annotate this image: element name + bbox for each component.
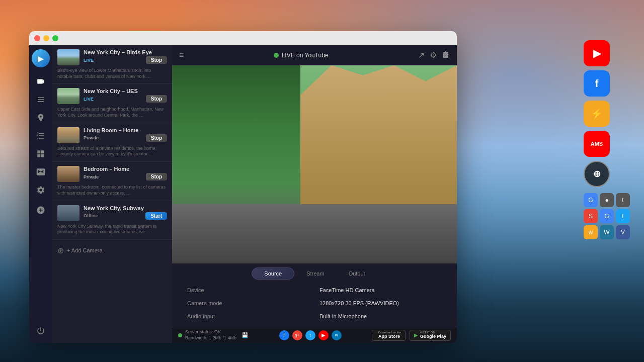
bottom-panel: Source Stream Output Device FaceTime HD … xyxy=(172,263,457,327)
share-icon[interactable]: ↗ xyxy=(418,50,425,60)
tab-output[interactable]: Output xyxy=(337,267,377,280)
camera-item[interactable]: New York City, Subway Offline Start New … xyxy=(52,201,172,240)
camera-thumbnail xyxy=(57,88,79,104)
stop-button[interactable]: Stop xyxy=(146,173,167,180)
facebook-icon[interactable]: f xyxy=(584,70,610,97)
camera-header: New York City – Birds Eye LIVE Stop xyxy=(57,49,167,66)
app-store-badge[interactable]: Download on the App Store xyxy=(372,330,406,341)
camera-thumbnail xyxy=(57,205,79,221)
twitter-social-icon[interactable]: t xyxy=(305,330,315,340)
stop-button[interactable]: Stop xyxy=(146,134,167,142)
mini-google-icon[interactable]: G xyxy=(584,193,598,207)
right-panel: ≡ LIVE on YouTube ↗ ⚙ 🗑 xyxy=(172,45,457,343)
top-bar: ≡ LIVE on YouTube ↗ ⚙ 🗑 xyxy=(172,45,457,65)
stop-button[interactable]: Stop xyxy=(146,56,167,64)
status-bar: Server status: OK Bandwidth: 1.2Mb /1.4M… xyxy=(172,327,457,343)
add-camera-button[interactable]: ⊕ + Add Camera xyxy=(52,240,172,261)
mini-icon-6[interactable]: t xyxy=(616,209,630,223)
mini-icon-8[interactable]: W xyxy=(600,225,614,239)
camera-item[interactable]: New York City – Birds Eye LIVE Stop Bird… xyxy=(52,45,172,84)
camera-status-row: Offline Start xyxy=(84,212,167,220)
camera-info: New York City – Birds Eye LIVE Stop xyxy=(84,49,167,66)
google-social-icon[interactable]: g+ xyxy=(292,330,302,340)
menu-icon[interactable]: ≡ xyxy=(179,51,184,60)
close-button[interactable] xyxy=(34,35,40,41)
mini-icon-5[interactable]: G xyxy=(600,209,614,223)
play-icon: ▶ xyxy=(414,332,418,338)
delete-icon[interactable]: 🗑 xyxy=(442,50,450,60)
camera-item[interactable]: Bedroom – Home Private Stop The master b… xyxy=(52,162,172,201)
nav-list-icon[interactable] xyxy=(33,128,49,144)
stop-button[interactable]: Stop xyxy=(146,95,167,103)
facebook-social-icon[interactable]: f xyxy=(279,330,289,340)
linkedin-social-icon[interactable]: in xyxy=(332,330,342,340)
camera-status-row: LIVE Stop xyxy=(84,95,167,103)
nav-location-icon[interactable] xyxy=(33,110,49,126)
camera-description: Bird's-eye view of Lower Manhattan, zoom… xyxy=(57,68,167,79)
settings-grid: Device FaceTime HD Camera Camera mode 12… xyxy=(172,282,457,327)
camera-thumbnail xyxy=(57,127,79,143)
camera-name: Bedroom – Home xyxy=(84,166,167,172)
status-badge: LIVE xyxy=(84,97,94,102)
store-badges: Download on the App Store ▶ GET IT ON Go… xyxy=(372,330,451,341)
sniper-icon[interactable]: ⊕ xyxy=(584,161,610,187)
mini-icons-group: G ● t S G t w W V xyxy=(584,193,638,239)
live-indicator: LIVE on YouTube xyxy=(274,52,329,59)
device-value: FaceTime HD Camera xyxy=(319,286,442,295)
minimize-button[interactable] xyxy=(43,35,49,41)
camera-header: New York City – UES LIVE Stop xyxy=(57,88,167,105)
camera-list: New York City – Birds Eye LIVE Stop Bird… xyxy=(52,45,172,343)
lightning-icon[interactable]: ⚡ xyxy=(584,101,610,127)
main-window: ▶ xyxy=(29,31,457,343)
tab-stream[interactable]: Stream xyxy=(294,267,336,280)
tab-source[interactable]: Source xyxy=(252,267,294,280)
mini-icon-2[interactable]: ● xyxy=(600,193,614,207)
camera-thumbnail xyxy=(57,49,79,65)
nav-stream-icon[interactable] xyxy=(33,164,49,180)
google-play-text: GET IT ON Google Play xyxy=(420,331,446,339)
settings-icon[interactable]: ⚙ xyxy=(430,50,437,60)
video-preview xyxy=(172,65,457,263)
camera-status-row: Private Stop xyxy=(84,134,167,142)
camera-item[interactable]: New York City – UES LIVE Stop Upper East… xyxy=(52,84,172,123)
camera-info: New York City, Subway Offline Start xyxy=(84,205,167,222)
google-play-badge[interactable]: ▶ GET IT ON Google Play xyxy=(410,330,451,341)
camera-info: Living Room – Home Private Stop xyxy=(84,127,167,144)
mini-icon-9[interactable]: V xyxy=(616,225,630,239)
camera-description: Secured stream of a private residence, t… xyxy=(57,146,167,157)
start-button[interactable]: Start xyxy=(145,212,167,220)
app-logo[interactable]: ▶ xyxy=(32,49,50,67)
camera-header: Living Room – Home Private Stop xyxy=(57,127,167,144)
youtube-social-icon[interactable]: ▶ xyxy=(318,330,329,340)
camera-header: New York City, Subway Offline Start xyxy=(57,205,167,222)
social-icons: f g+ t ▶ in xyxy=(279,330,342,340)
status-badge: Private xyxy=(84,174,99,179)
nav-cameras-icon[interactable] xyxy=(33,73,49,89)
disk-icon: 💾 xyxy=(242,332,249,338)
status-badge: Offline xyxy=(84,213,98,218)
camera-status-row: LIVE Stop xyxy=(84,56,167,64)
nav-grid-icon[interactable] xyxy=(33,146,49,162)
ams-icon[interactable]: AMS xyxy=(584,131,610,157)
mini-icon-7[interactable]: w xyxy=(584,225,598,239)
fullscreen-button[interactable] xyxy=(52,35,58,41)
audio-input-value: Built-in Microphone xyxy=(319,312,442,321)
mini-icon-3[interactable]: t xyxy=(616,193,630,207)
nav-media-icon[interactable] xyxy=(33,92,49,108)
camera-mode-value: 644x362 30 FPS (RAWVIDEO) xyxy=(319,299,442,308)
nav-plus-icon[interactable] xyxy=(33,202,49,218)
street xyxy=(172,204,457,263)
nav-power-icon[interactable] xyxy=(33,323,49,339)
left-nav: ▶ xyxy=(29,45,52,343)
camera-status-row: Private Stop xyxy=(84,173,167,180)
status-dot xyxy=(178,333,182,337)
camera-item[interactable]: Living Room – Home Private Stop Secured … xyxy=(52,123,172,162)
nav-settings-icon[interactable] xyxy=(33,182,49,198)
camera-info: New York City – UES LIVE Stop xyxy=(84,88,167,105)
youtube-icon[interactable]: ▶ xyxy=(584,40,610,66)
status-text: Server status: OK Bandwidth: 1.2Mb /1.4M… xyxy=(185,329,236,341)
main-content: ▶ xyxy=(29,45,457,343)
server-status: Server status: OK Bandwidth: 1.2Mb /1.4M… xyxy=(178,329,249,341)
camera-info: Bedroom – Home Private Stop xyxy=(84,166,167,183)
mini-icon-4[interactable]: S xyxy=(584,209,598,223)
